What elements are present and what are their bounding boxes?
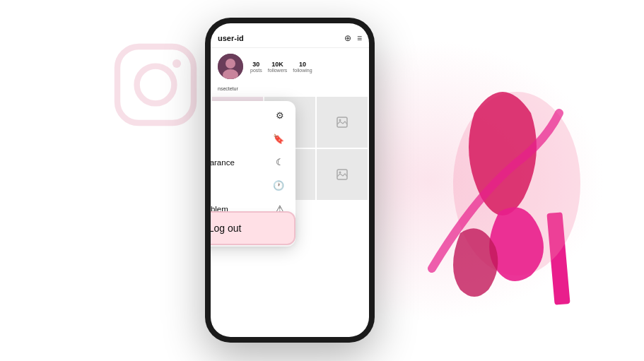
phone-screen: user-id ⊕ ≡ 30 posts 10K: [211, 23, 369, 337]
switch-appearance-label: Switch appearance: [211, 158, 235, 167]
menu-item-saved[interactable]: Saved 🔖: [211, 127, 295, 150]
svg-rect-0: [117, 47, 194, 123]
phone-notch: [283, 18, 297, 23]
svg-point-1: [137, 66, 175, 104]
hand-illustration: [390, 57, 587, 311]
activity-icon: 🕐: [273, 180, 284, 191]
menu-item-setting[interactable]: Setting ⚙: [211, 104, 295, 127]
bookmark-icon: 🔖: [273, 134, 284, 144]
logout-label: Log out: [211, 223, 241, 234]
menu-item-switch-appearance[interactable]: Switch appearance ☾: [211, 150, 295, 174]
ig-watermark: [113, 42, 198, 138]
svg-point-2: [172, 59, 181, 68]
menu-overlay: Setting ⚙ Saved 🔖 Switch appearance ☾ yo…: [211, 23, 369, 337]
moon-icon: ☾: [276, 157, 284, 167]
logout-button[interactable]: Log out: [211, 211, 295, 245]
gear-icon: ⚙: [276, 110, 284, 121]
phone-frame: user-id ⊕ ≡ 30 posts 10K: [205, 18, 375, 343]
menu-item-your-activity[interactable]: your activity 🕐: [211, 174, 295, 197]
